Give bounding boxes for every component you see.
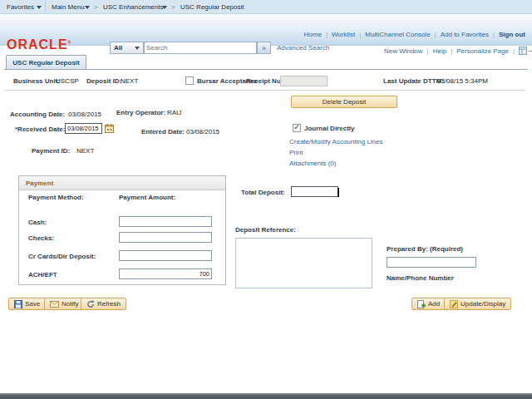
payment-group-header: Payment xyxy=(19,176,225,190)
ach-eft-label: ACH/EFT xyxy=(28,271,57,278)
breadcrumb-separator: > xyxy=(171,3,175,11)
chevron-down-icon xyxy=(85,6,90,9)
clipped-element-fragment xyxy=(528,51,532,52)
notify-button-label: Notify xyxy=(62,300,78,308)
business-unit-value: USCSP xyxy=(56,77,79,85)
breadcrumb-divider xyxy=(45,2,46,12)
breadcrumb-current-page: USC Regular Deposit xyxy=(180,3,244,11)
add-button[interactable]: Add xyxy=(411,298,446,310)
checks-amount-input[interactable] xyxy=(119,232,212,243)
deposit-reference-textarea[interactable] xyxy=(235,238,372,288)
sign-out-link[interactable]: Sign out xyxy=(499,31,525,38)
save-button-label: Save xyxy=(25,300,40,308)
breadcrumb-separator: > xyxy=(94,3,98,11)
calendar-icon[interactable] xyxy=(105,124,114,133)
receipt-number-input xyxy=(280,76,328,86)
tab-underline xyxy=(4,69,528,70)
personalize-page-link[interactable]: Personalize Page xyxy=(456,47,509,55)
journal-directly-checkbox[interactable]: ✓ xyxy=(293,124,301,132)
header-band: Home | Worklist | MultiChannel Console |… xyxy=(0,14,532,46)
delete-deposit-button[interactable]: Delete Deposit xyxy=(291,96,397,108)
cr-cards-amount-input[interactable] xyxy=(119,250,212,261)
save-disk-icon xyxy=(14,300,22,308)
last-update-dttm-value: 03/08/15 5:34PM xyxy=(437,77,488,85)
save-button[interactable]: Save xyxy=(8,298,46,310)
prepared-by-label: Prepared By: (Required) xyxy=(387,245,463,253)
refresh-icon xyxy=(86,300,95,308)
bursar-acceptance-checkbox[interactable] xyxy=(185,76,194,85)
refresh-button[interactable]: Refresh xyxy=(81,298,126,310)
chevron-down-icon xyxy=(162,6,167,9)
window-bottom-edge xyxy=(0,393,532,399)
tab-usc-regular-deposit[interactable]: USC Regular Deposit xyxy=(6,55,86,70)
advanced-search-link[interactable]: Advanced Search xyxy=(277,44,329,52)
link-separator: | xyxy=(427,47,429,55)
chevron-down-icon xyxy=(37,6,42,9)
search-input[interactable] xyxy=(144,42,257,54)
double-chevron-icon: » xyxy=(262,44,266,52)
checks-label: Checks: xyxy=(28,234,54,242)
breadcrumb-favorites[interactable]: Favorites xyxy=(7,3,34,11)
accounting-date-value: 03/08/2015 xyxy=(68,111,101,118)
cr-cards-dir-deposit-label: Cr Cards/Dir Deposit: xyxy=(28,253,96,260)
registered-mark: ® xyxy=(68,40,72,45)
payment-id-label: Payment ID: xyxy=(32,147,70,155)
deposit-id-label: Deposit ID: xyxy=(86,77,121,85)
entered-date-label: Entered Date: xyxy=(141,128,185,135)
name-phone-number-label: Name/Phone Number xyxy=(387,274,454,282)
accounting-date-label: Accounting Date: xyxy=(10,111,65,118)
link-separator: | xyxy=(359,31,361,38)
create-modify-accounting-lines-link[interactable]: Create/Modify Accounting Lines xyxy=(289,138,383,145)
help-link[interactable]: Help xyxy=(433,47,446,55)
link-separator: | xyxy=(513,47,515,55)
notify-button[interactable]: Notify xyxy=(44,298,84,310)
chevron-down-icon xyxy=(135,47,140,50)
link-separator: | xyxy=(326,31,328,38)
entry-operator-value: RAIJ xyxy=(167,109,181,116)
print-link[interactable]: Print xyxy=(289,149,303,156)
total-deposit-input[interactable] xyxy=(291,186,338,197)
multichannel-console-link[interactable]: MultiChannel Console xyxy=(365,31,430,38)
portal-links: Home | Worklist | MultiChannel Console |… xyxy=(304,31,525,38)
section-divider xyxy=(5,90,525,91)
received-date-input[interactable] xyxy=(65,123,102,134)
oracle-logo: ORACLE® xyxy=(7,37,71,52)
search-scope-select[interactable]: All xyxy=(110,42,144,54)
breadcrumb: Favorites Main Menu > USC Enhancements >… xyxy=(0,0,532,14)
page-utility-links: New Window | Help | Personalize Page | xyxy=(384,47,527,55)
search-submit-button[interactable]: » xyxy=(257,42,271,54)
cash-amount-input[interactable] xyxy=(119,216,212,227)
received-date-label: *Received Date: xyxy=(15,126,65,133)
update-display-button-label: Update/Display xyxy=(461,300,505,308)
worklist-link[interactable]: Worklist xyxy=(332,31,355,38)
payment-amount-label: Payment Amount: xyxy=(119,194,175,201)
attachments-link[interactable]: Attachments (0) xyxy=(289,160,336,167)
link-separator: | xyxy=(493,31,495,38)
link-separator: | xyxy=(451,47,452,55)
add-to-favorites-link[interactable]: Add to Favorites xyxy=(441,31,489,38)
payment-id-value: NEXT xyxy=(76,147,94,155)
breadcrumb-usc-enhancements[interactable]: USC Enhancements xyxy=(103,3,163,11)
usc-regular-deposit-page: Favorites Main Menu > USC Enhancements >… xyxy=(0,0,532,399)
add-document-icon xyxy=(417,300,426,308)
total-deposit-label: Total Deposit: xyxy=(241,189,285,196)
new-window-link[interactable]: New Window xyxy=(384,47,423,55)
business-unit-label: Business Unit: xyxy=(13,77,60,85)
search-scope-value: All xyxy=(114,44,122,52)
entry-operator-label: Entry Operator: xyxy=(116,109,165,116)
layout-grid-icon[interactable] xyxy=(519,47,527,55)
ach-eft-amount-input[interactable] xyxy=(119,268,212,279)
journal-directly-label: Journal Directly xyxy=(304,125,354,132)
prepared-by-input[interactable] xyxy=(387,257,476,268)
update-display-button[interactable]: Update/Display xyxy=(444,298,511,310)
pencil-icon xyxy=(450,300,458,308)
home-link[interactable]: Home xyxy=(304,31,322,38)
entered-date-value: 03/08/2015 xyxy=(186,128,219,135)
deposit-reference-label: Deposit Reference: xyxy=(235,226,296,234)
breadcrumb-main-menu[interactable]: Main Menu xyxy=(52,3,85,11)
text-cursor xyxy=(337,188,339,197)
deposit-id-value: NEXT xyxy=(121,77,138,85)
payment-method-label: Payment Method: xyxy=(28,194,84,201)
envelope-icon xyxy=(50,301,59,308)
cash-label: Cash: xyxy=(28,219,47,226)
